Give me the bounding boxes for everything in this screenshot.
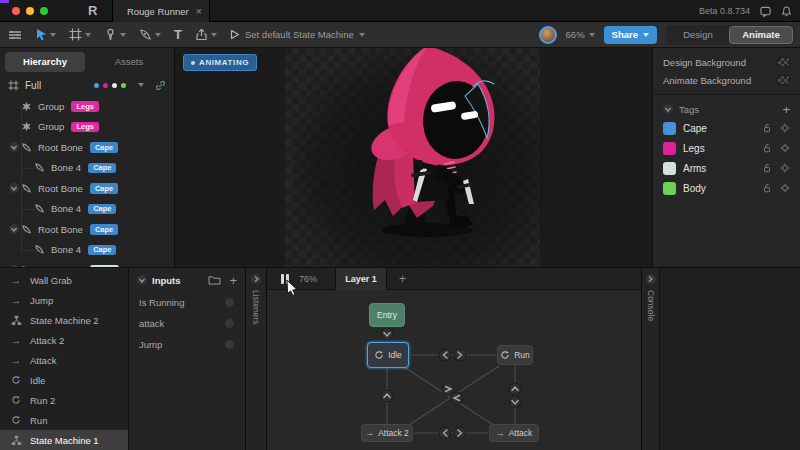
bell-icon[interactable] — [781, 6, 792, 17]
input-toggle[interactable] — [224, 297, 235, 308]
graph-zoom-level[interactable]: 76% — [299, 274, 317, 284]
loop-icon — [10, 415, 22, 425]
add-layer-button[interactable]: + — [399, 272, 406, 286]
tag-badge: Legs — [71, 101, 99, 112]
lock-icon[interactable] — [762, 143, 772, 153]
expander-slot — [7, 142, 21, 152]
state-node-attack2[interactable]: →Attack 2 — [361, 424, 413, 442]
graph-canvas[interactable]: EntryIdleRun→Attack 2→Attack — [267, 290, 641, 450]
state-node-entry[interactable]: Entry — [369, 303, 405, 327]
feedback-icon[interactable] — [760, 6, 771, 17]
state-node-label: Entry — [377, 310, 397, 320]
hierarchy-row[interactable]: Bone 4Cape — [0, 158, 174, 179]
close-window-button[interactable] — [12, 7, 20, 15]
collapse-chevron-icon[interactable] — [137, 275, 147, 285]
state-node-attack[interactable]: →Attack — [489, 424, 539, 442]
target-icon[interactable] — [780, 143, 790, 153]
hierarchy-row[interactable]: GroupLegs — [0, 117, 174, 138]
input-row[interactable]: Jump — [129, 334, 245, 355]
design-mode-button[interactable]: Design — [667, 29, 729, 40]
animate-background-swatch[interactable] — [777, 75, 790, 85]
avatar[interactable] — [539, 26, 557, 44]
input-toggle[interactable] — [224, 318, 235, 329]
animation-item[interactable]: →Wall Grab — [0, 270, 128, 290]
hierarchy-row[interactable]: Root BoneCape — [0, 178, 174, 199]
collapse-chevron-icon[interactable] — [663, 104, 673, 114]
animation-item[interactable]: →Jump — [0, 290, 128, 310]
animation-item[interactable]: Run — [0, 410, 128, 430]
expand-chevron-icon[interactable] — [646, 274, 656, 284]
expand-chevron-icon[interactable] — [251, 274, 261, 284]
close-icon[interactable]: × — [196, 6, 202, 17]
design-background-row[interactable]: Design Background — [653, 53, 800, 71]
one-shot-icon: → — [10, 335, 22, 346]
animating-label: ANIMATING — [199, 58, 249, 67]
tag-color-swatch[interactable] — [663, 122, 676, 135]
link-icon[interactable] — [155, 80, 166, 91]
input-row[interactable]: Is Running — [129, 292, 245, 313]
lock-icon[interactable] — [762, 163, 772, 173]
tag-row[interactable]: Legs — [653, 138, 800, 158]
add-tag-button[interactable]: + — [782, 103, 790, 116]
tag-dot — [121, 83, 126, 88]
expand-chevron-icon[interactable] — [9, 183, 19, 193]
stage-canvas[interactable]: ANIMATING — [175, 48, 652, 267]
menu-icon[interactable] — [8, 29, 22, 41]
state-node-run[interactable]: Run — [497, 345, 533, 365]
animate-background-row[interactable]: Animate Background — [653, 71, 800, 89]
tag-color-swatch[interactable] — [663, 182, 676, 195]
expand-chevron-icon[interactable] — [9, 142, 19, 152]
target-icon[interactable] — [780, 163, 790, 173]
target-icon[interactable] — [780, 183, 790, 193]
text-tool-button[interactable]: T — [174, 27, 182, 42]
tag-row[interactable]: Cape — [653, 118, 800, 138]
document-tab[interactable]: Rouge Runner × — [112, 0, 210, 22]
select-tool-button[interactable] — [35, 28, 56, 41]
input-row[interactable]: attack — [129, 313, 245, 334]
hierarchy-row[interactable]: Root BoneCape — [0, 219, 174, 240]
zoom-window-button[interactable] — [40, 7, 48, 15]
animation-item[interactable]: Idle — [0, 370, 128, 390]
input-toggle[interactable] — [224, 339, 235, 350]
folder-icon[interactable] — [208, 275, 221, 285]
add-input-button[interactable]: + — [229, 274, 237, 287]
tag-color-swatch[interactable] — [663, 162, 676, 175]
bone-icon — [21, 224, 32, 235]
lock-icon[interactable] — [762, 183, 772, 193]
animation-item[interactable]: State Machine 1 — [0, 430, 128, 450]
hierarchy-row[interactable]: Root BoneCape — [0, 137, 174, 158]
artboard-tool-button[interactable] — [69, 28, 91, 41]
tag-color-swatch[interactable] — [663, 142, 676, 155]
hierarchy-row[interactable]: Bone 4Cape — [0, 199, 174, 220]
share-button[interactable]: Share — [604, 26, 657, 44]
animation-item[interactable]: →Attack 2 — [0, 330, 128, 350]
animation-item[interactable]: Run 2 — [0, 390, 128, 410]
animation-item[interactable]: →Attack — [0, 350, 128, 370]
zoom-control[interactable]: 66% — [566, 29, 595, 40]
listeners-strip[interactable]: Listeners — [246, 268, 267, 450]
artboard-row[interactable]: Full — [0, 76, 174, 94]
design-background-swatch[interactable] — [777, 57, 790, 67]
animation-item[interactable]: State Machine 2 — [0, 310, 128, 330]
tab-layer-1[interactable]: Layer 1 — [335, 268, 387, 290]
console-strip[interactable]: Console — [641, 268, 660, 450]
tag-row[interactable]: Arms — [653, 158, 800, 178]
export-button[interactable] — [195, 28, 217, 41]
target-icon[interactable] — [780, 123, 790, 133]
bone-tool-button[interactable] — [104, 28, 126, 41]
tab-hierarchy[interactable]: Hierarchy — [5, 52, 85, 72]
hierarchy-row[interactable]: GroupLegs — [0, 96, 174, 117]
default-state-machine-selector[interactable]: Set default State Machine — [230, 29, 365, 40]
minimize-window-button[interactable] — [26, 7, 34, 15]
expand-chevron-icon[interactable] — [9, 224, 19, 234]
hierarchy-row[interactable]: Bone 4Cape — [0, 240, 174, 261]
tab-assets[interactable]: Assets — [89, 52, 169, 72]
rive-logo[interactable]: R — [88, 3, 97, 18]
chevron-down-icon[interactable] — [138, 83, 144, 87]
pen-tool-button[interactable] — [139, 28, 161, 41]
lock-icon[interactable] — [762, 123, 772, 133]
hierarchy-row[interactable]: Root BoneArms — [0, 260, 174, 267]
animate-mode-button[interactable]: Animate — [729, 26, 793, 44]
tag-row[interactable]: Body — [653, 178, 800, 198]
state-node-idle[interactable]: Idle — [367, 342, 409, 368]
